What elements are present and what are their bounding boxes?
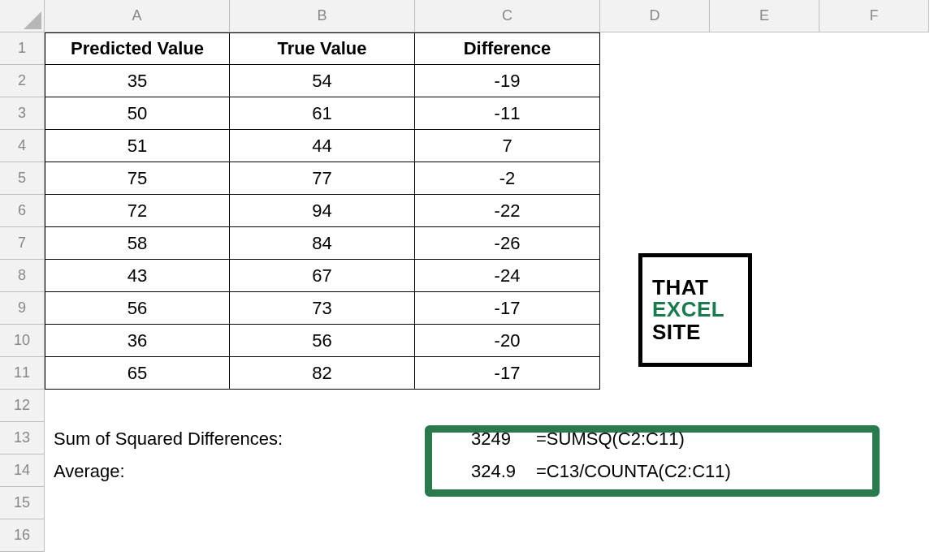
- cell-B15[interactable]: [230, 487, 415, 519]
- cell-C8[interactable]: -24: [415, 260, 600, 292]
- cell-C15[interactable]: [415, 487, 600, 519]
- cell-A1[interactable]: Predicted Value: [45, 32, 230, 65]
- cell-E12[interactable]: [710, 390, 819, 422]
- cell-D15[interactable]: [600, 487, 710, 519]
- row-header-12[interactable]: 12: [0, 390, 45, 422]
- cell-B3[interactable]: 61: [230, 97, 415, 130]
- cell-D2[interactable]: [600, 65, 710, 97]
- cell-C11[interactable]: -17: [415, 357, 600, 390]
- cell-C5[interactable]: -2: [415, 162, 600, 195]
- col-header-E[interactable]: E: [710, 0, 819, 32]
- spreadsheet-grid[interactable]: A B C D E F 1 Predicted Value True Value…: [0, 0, 934, 552]
- cell-D4[interactable]: [600, 130, 710, 162]
- row-header-3[interactable]: 3: [0, 97, 45, 130]
- row-header-8[interactable]: 8: [0, 260, 45, 292]
- cell-E5[interactable]: [710, 162, 819, 195]
- cell-C12[interactable]: [415, 390, 600, 422]
- cell-E4[interactable]: [710, 130, 819, 162]
- cell-C6[interactable]: -22: [415, 195, 600, 227]
- cell-B12[interactable]: [230, 390, 415, 422]
- cell-A4[interactable]: 51: [45, 130, 230, 162]
- cell-E16[interactable]: [710, 519, 819, 552]
- cell-C4[interactable]: 7: [415, 130, 600, 162]
- cell-D12[interactable]: [600, 390, 710, 422]
- row-header-4[interactable]: 4: [0, 130, 45, 162]
- cell-A5[interactable]: 75: [45, 162, 230, 195]
- cell-F9[interactable]: [819, 292, 929, 325]
- cell-A10[interactable]: 36: [45, 325, 230, 357]
- col-header-B[interactable]: B: [230, 0, 415, 32]
- cell-A9[interactable]: 56: [45, 292, 230, 325]
- row-header-9[interactable]: 9: [0, 292, 45, 325]
- cell-B1[interactable]: True Value: [230, 32, 415, 65]
- cell-B8[interactable]: 67: [230, 260, 415, 292]
- cell-B2[interactable]: 54: [230, 65, 415, 97]
- cell-F4[interactable]: [819, 130, 929, 162]
- cell-F5[interactable]: [819, 162, 929, 195]
- cell-F13[interactable]: [819, 422, 929, 454]
- cell-D1[interactable]: [600, 32, 710, 65]
- cell-B11[interactable]: 82: [230, 357, 415, 390]
- cell-B10[interactable]: 56: [230, 325, 415, 357]
- row-header-16[interactable]: 16: [0, 519, 45, 552]
- cell-E3[interactable]: [710, 97, 819, 130]
- col-header-C[interactable]: C: [415, 0, 600, 32]
- cell-D6[interactable]: [600, 195, 710, 227]
- cell-B16[interactable]: [230, 519, 415, 552]
- cell-F7[interactable]: [819, 227, 929, 260]
- cell-D16[interactable]: [600, 519, 710, 552]
- cell-D5[interactable]: [600, 162, 710, 195]
- cell-C1[interactable]: Difference: [415, 32, 600, 65]
- row-header-13[interactable]: 13: [0, 422, 45, 454]
- row-header-1[interactable]: 1: [0, 32, 45, 65]
- cell-A6[interactable]: 72: [45, 195, 230, 227]
- cell-B9[interactable]: 73: [230, 292, 415, 325]
- cell-A16[interactable]: [45, 519, 230, 552]
- cell-F11[interactable]: [819, 357, 929, 390]
- cell-A8[interactable]: 43: [45, 260, 230, 292]
- cell-B4[interactable]: 44: [230, 130, 415, 162]
- row-header-6[interactable]: 6: [0, 195, 45, 227]
- row-header-10[interactable]: 10: [0, 325, 45, 357]
- cell-C3[interactable]: -11: [415, 97, 600, 130]
- cell-E6[interactable]: [710, 195, 819, 227]
- cell-C10[interactable]: -20: [415, 325, 600, 357]
- cell-D3[interactable]: [600, 97, 710, 130]
- cell-F12[interactable]: [819, 390, 929, 422]
- cell-E15[interactable]: [710, 487, 819, 519]
- cell-E13[interactable]: [710, 422, 819, 454]
- cell-F10[interactable]: [819, 325, 929, 357]
- row-header-7[interactable]: 7: [0, 227, 45, 260]
- cell-F16[interactable]: [819, 519, 929, 552]
- row-header-2[interactable]: 2: [0, 65, 45, 97]
- cell-F3[interactable]: [819, 97, 929, 130]
- cell-A15[interactable]: [45, 487, 230, 519]
- cell-B14[interactable]: [230, 454, 415, 487]
- select-all-corner[interactable]: [0, 0, 45, 32]
- cell-C7[interactable]: -26: [415, 227, 600, 260]
- row-header-15[interactable]: 15: [0, 487, 45, 519]
- cell-F2[interactable]: [819, 65, 929, 97]
- row-header-11[interactable]: 11: [0, 357, 45, 390]
- cell-A11[interactable]: 65: [45, 357, 230, 390]
- cell-A7[interactable]: 58: [45, 227, 230, 260]
- cell-B5[interactable]: 77: [230, 162, 415, 195]
- cell-A12[interactable]: [45, 390, 230, 422]
- cell-F15[interactable]: [819, 487, 929, 519]
- row-header-14[interactable]: 14: [0, 454, 45, 487]
- cell-C16[interactable]: [415, 519, 600, 552]
- cell-B6[interactable]: 94: [230, 195, 415, 227]
- cell-F6[interactable]: [819, 195, 929, 227]
- cell-B7[interactable]: 84: [230, 227, 415, 260]
- cell-A3[interactable]: 50: [45, 97, 230, 130]
- col-header-A[interactable]: A: [45, 0, 230, 32]
- cell-C2[interactable]: -19: [415, 65, 600, 97]
- cell-F1[interactable]: [819, 32, 929, 65]
- col-header-D[interactable]: D: [600, 0, 710, 32]
- row-header-5[interactable]: 5: [0, 162, 45, 195]
- cell-E1[interactable]: [710, 32, 819, 65]
- col-header-F[interactable]: F: [819, 0, 929, 32]
- cell-F8[interactable]: [819, 260, 929, 292]
- cell-A2[interactable]: 35: [45, 65, 230, 97]
- cell-F14[interactable]: [819, 454, 929, 487]
